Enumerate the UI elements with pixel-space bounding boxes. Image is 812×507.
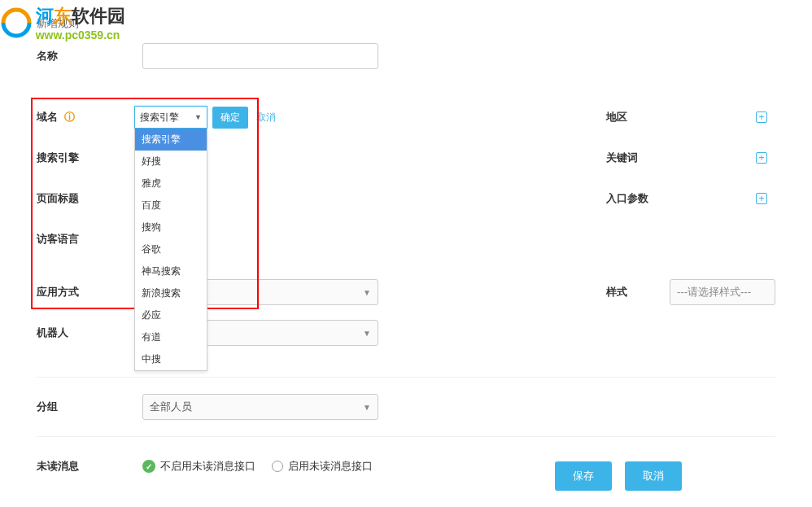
check-icon	[142, 460, 155, 473]
page-header: 新增规则	[37, 16, 775, 31]
search-engine-dropdown[interactable]: 搜索引擎 ▼	[134, 106, 207, 129]
region-label: 地区	[606, 110, 756, 125]
dropdown-menu: 搜索引擎 好搜 雅虎 百度 搜狗 谷歌 神马搜索 新浪搜索 必应 有道 中搜	[134, 129, 207, 371]
divider	[37, 377, 775, 378]
visitor-language-label: 访客语言	[37, 232, 142, 247]
radio-empty-icon	[272, 461, 283, 472]
watermark-logo-container: 河东软件园 www.pc0359.cn	[0, 4, 125, 42]
radio-enable-unread[interactable]: 启用未读消息接口	[272, 459, 373, 474]
confirm-button[interactable]: 确定	[212, 107, 248, 129]
save-button[interactable]: 保存	[555, 461, 612, 491]
plus-icon[interactable]: +	[756, 193, 767, 204]
name-input[interactable]	[142, 43, 378, 69]
radio-disable-unread[interactable]: 不启用未读消息接口	[142, 459, 255, 474]
chevron-down-icon: ▼	[194, 113, 202, 121]
chevron-down-icon: ▼	[363, 329, 371, 338]
dropdown-option[interactable]: 雅虎	[135, 173, 207, 194]
group-select[interactable]: 全部人员 ▼	[142, 394, 378, 420]
chevron-down-icon: ▼	[363, 403, 371, 412]
domain-label: 域名 ⓘ	[37, 110, 142, 125]
site-logo-icon	[0, 7, 33, 39]
plus-icon[interactable]: +	[756, 111, 767, 123]
style-label: 样式	[606, 285, 661, 299]
application-mode-label: 应用方式	[37, 285, 142, 299]
entry-param-label: 入口参数	[606, 191, 756, 206]
robot-label: 机器人	[37, 326, 142, 340]
chevron-down-icon: ▼	[363, 288, 371, 297]
dropdown-option[interactable]: 有道	[135, 326, 207, 348]
style-select[interactable]: ---请选择样式---	[670, 279, 775, 305]
unread-message-label: 未读消息	[37, 459, 142, 474]
keyword-label: 关键词	[606, 151, 756, 165]
help-icon[interactable]: ⓘ	[64, 111, 75, 123]
search-engine-label: 搜索引擎	[37, 151, 142, 165]
watermark-url: www.pc0359.cn	[36, 28, 125, 42]
dropdown-option[interactable]: 新浪搜索	[135, 282, 207, 304]
dropdown-option[interactable]: 搜狗	[135, 216, 207, 238]
divider	[37, 436, 775, 437]
dropdown-option[interactable]: 好搜	[135, 151, 207, 173]
watermark-title: 河东软件园	[36, 4, 125, 28]
name-label: 名称	[37, 49, 142, 63]
group-label: 分组	[37, 400, 142, 414]
plus-icon[interactable]: +	[756, 152, 767, 164]
dropdown-option[interactable]: 搜索引擎	[135, 129, 207, 151]
cancel-button[interactable]: 取消	[625, 461, 682, 491]
page-title-label: 页面标题	[37, 191, 142, 206]
dropdown-option[interactable]: 中搜	[135, 348, 207, 370]
cancel-inline-button[interactable]: 取消	[256, 111, 276, 125]
dropdown-option[interactable]: 必应	[135, 304, 207, 326]
dropdown-option[interactable]: 谷歌	[135, 238, 207, 260]
dropdown-option[interactable]: 百度	[135, 194, 207, 216]
dropdown-option[interactable]: 神马搜索	[135, 260, 207, 282]
